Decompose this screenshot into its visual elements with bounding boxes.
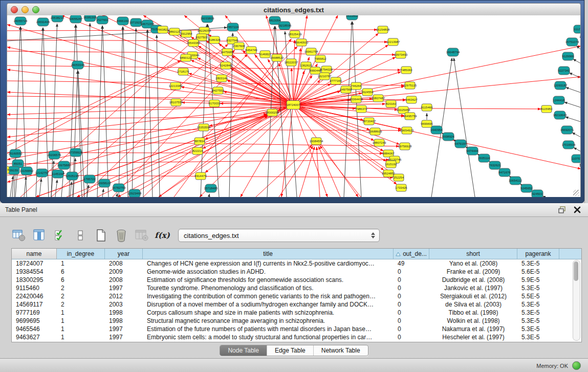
tab-node-table[interactable]: Node Table	[220, 345, 267, 356]
table-settings-icon[interactable]	[11, 228, 27, 243]
graph-node[interactable]: 23364436	[350, 96, 363, 103]
graph-node[interactable]: 18724007	[287, 101, 300, 110]
graph-node[interactable]: 7663822	[157, 26, 169, 33]
graph-node[interactable]: 9890122	[180, 54, 192, 61]
graph-node[interactable]: 8454749	[245, 47, 257, 54]
column-header-out-degree[interactable]: out_de...	[394, 249, 429, 259]
network-canvas[interactable]: 2405572420691406205382161065528716381306…	[7, 15, 581, 197]
table-row[interactable]: 977716911998Corpus callosum shape and si…	[12, 309, 581, 317]
tab-network-table[interactable]: Network Table	[313, 345, 368, 356]
graph-node[interactable]: 9463627	[405, 96, 418, 103]
graph-node[interactable]: 9474444	[466, 147, 478, 155]
graph-node[interactable]: 252254	[394, 174, 404, 181]
graph-node[interactable]: 18322037	[285, 59, 298, 66]
graph-node[interactable]: 5912954	[180, 30, 192, 37]
graph-node[interactable]: 18107554	[169, 99, 183, 106]
show-columns-icon[interactable]	[32, 228, 47, 243]
column-header-title[interactable]: title	[143, 249, 394, 259]
graph-node[interactable]: 9129966	[562, 52, 574, 60]
table-row[interactable]: 946554611997Estimation of the future num…	[12, 325, 581, 333]
table-scrollbar[interactable]	[573, 260, 580, 341]
graph-node[interactable]: 15688520	[270, 54, 284, 61]
graph-node[interactable]: 20538216	[51, 15, 64, 22]
graph-node[interactable]: 9475685	[221, 49, 233, 56]
graph-node[interactable]: 15692071	[560, 126, 574, 134]
graph-node[interactable]: 2718176	[177, 68, 189, 75]
graph-node[interactable]: 1527602	[96, 16, 108, 24]
table-selector[interactable]: citations_edges.txt	[178, 229, 380, 242]
graph-node[interactable]: 9860123	[168, 28, 181, 35]
graph-node[interactable]: 6497568	[340, 86, 352, 93]
table-row[interactable]: 1872400712008Changes of HCN gene express…	[12, 259, 581, 268]
column-header-year[interactable]: year	[105, 249, 143, 259]
graph-node[interactable]: 16961758	[304, 48, 318, 55]
graph-node[interactable]: 10655287	[69, 15, 83, 23]
graph-node[interactable]: 12505195	[66, 172, 79, 180]
graph-node[interactable]: 18325419	[288, 31, 302, 38]
table-row[interactable]: 2242004622012Investigating the contribut…	[12, 292, 581, 300]
close-panel-icon[interactable]	[574, 206, 581, 213]
graph-node[interactable]: 18720407	[362, 118, 376, 125]
graph-node[interactable]: 9170031	[208, 100, 221, 107]
graph-node[interactable]: 18210643	[553, 111, 567, 119]
graph-node[interactable]: 16154808	[376, 26, 390, 33]
graph-node[interactable]: 8427552	[212, 87, 224, 94]
float-panel-icon[interactable]	[558, 206, 567, 213]
graph-node[interactable]: 1615192	[385, 161, 397, 168]
graph-node[interactable]: 3624554	[361, 89, 374, 96]
graph-node[interactable]: 1633802	[346, 15, 358, 20]
graph-node[interactable]: 16210787	[318, 73, 332, 80]
graph-node[interactable]: 19384554	[310, 138, 323, 145]
graph-node[interactable]: 10973493	[394, 51, 408, 58]
graph-node[interactable]: 7955812	[314, 55, 326, 62]
graph-node[interactable]: 9777169	[330, 77, 342, 84]
graph-node[interactable]: 20206576	[48, 151, 61, 159]
graph-node[interactable]: 19654923	[400, 127, 414, 134]
graph-node[interactable]: 6479197	[454, 140, 467, 148]
table-row[interactable]: 946362711997Embryonic stem cells: a mode…	[12, 333, 581, 341]
graph-node[interactable]: 10688609	[368, 128, 382, 135]
graph-node[interactable]: 9227341	[558, 67, 570, 75]
graph-node[interactable]: 7857224	[227, 23, 239, 31]
graph-node[interactable]: 924503	[532, 190, 543, 197]
graph-node[interactable]: 12923468	[128, 189, 142, 197]
graph-node[interactable]: 10654112	[509, 177, 522, 185]
graph-node[interactable]: 24055724	[14, 17, 28, 25]
tab-edge-table[interactable]: Edge Table	[267, 345, 313, 356]
table-row[interactable]: 1456911722003Disruption of a novel membe…	[12, 300, 581, 309]
select-all-check-icon[interactable]	[52, 228, 68, 243]
graph-node[interactable]: 746266	[351, 82, 362, 90]
graph-node[interactable]: 18226058	[198, 27, 211, 34]
scrollbar-thumb[interactable]	[574, 261, 578, 281]
graph-node[interactable]: 6914479	[194, 172, 207, 180]
graph-node[interactable]: 8115953	[541, 105, 553, 113]
graph-node[interactable]: 8186328	[208, 36, 221, 43]
graph-node[interactable]: 1795722	[83, 175, 96, 183]
network-window-titlebar[interactable]: citations_edges.txt	[7, 3, 581, 16]
graph-node[interactable]: 10958107	[98, 179, 112, 187]
graph-node[interactable]: 790545	[7, 166, 10, 173]
graph-node[interactable]: 18300295	[266, 109, 279, 116]
graph-node[interactable]: 7986372	[355, 105, 367, 113]
graph-node[interactable]: 39159	[8, 166, 19, 174]
graph-node[interactable]: 2935114	[478, 154, 491, 162]
graph-node[interactable]: 16640910	[295, 39, 309, 46]
memory-status-led[interactable]	[572, 361, 581, 370]
graph-node[interactable]: 16648794	[446, 48, 460, 56]
graph-node[interactable]: 25160550	[9, 149, 23, 158]
graph-node[interactable]: 17359928	[69, 148, 83, 157]
graph-node[interactable]: 12975115	[403, 82, 417, 89]
graph-node[interactable]: 1145194	[52, 170, 64, 178]
graph-node[interactable]: 19218596	[278, 21, 292, 30]
graph-node[interactable]: 7632621	[489, 161, 501, 169]
graph-node[interactable]: 17016504	[562, 141, 576, 149]
graph-node[interactable]: 9115460	[421, 104, 433, 111]
graph-node[interactable]: 2803144	[215, 75, 228, 82]
graph-node[interactable]: 13156862	[20, 167, 34, 175]
column-header-name[interactable]: name	[12, 249, 57, 259]
graph-node[interactable]: 15718485	[204, 184, 218, 192]
column-header-in-degree[interactable]: in_degree	[57, 249, 105, 259]
graph-node[interactable]: 16782759	[112, 184, 126, 192]
graph-node[interactable]: 887834	[194, 138, 205, 145]
graph-node[interactable]: 1112752	[574, 25, 581, 33]
